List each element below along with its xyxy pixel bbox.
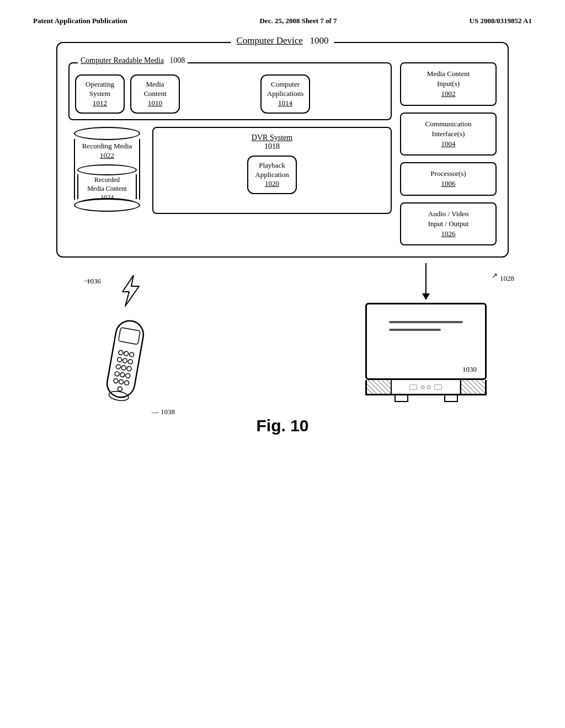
playback-num: 1020: [254, 179, 290, 189]
media-content-input-box: Media ContentInput(s) 1002: [400, 62, 497, 106]
svg-point-6: [122, 358, 127, 363]
svg-point-17: [118, 387, 122, 392]
playback-box: PlaybackApplication 1020: [247, 156, 297, 195]
tv-screen: 1030: [365, 303, 487, 380]
media-content-box: MediaContent 1010: [130, 74, 180, 114]
tv-ctrl-text: ⊙ ⊙: [420, 384, 431, 390]
tv-legs: [376, 395, 476, 402]
below-diagram: 1036 — — 1038: [34, 263, 531, 405]
svg-point-16: [124, 381, 129, 386]
os-box: OperatingSystem 1012: [75, 74, 125, 114]
media-content-num: 1010: [137, 99, 173, 108]
tv-ctrl-2: [434, 384, 442, 390]
os-num: 1012: [82, 99, 118, 108]
svg-point-7: [128, 359, 133, 364]
dvr-label: DVR System: [252, 133, 292, 142]
processor-box: Processor(s) 1006: [400, 162, 497, 195]
dvr-recording-row: Recording Media 1022 RecordedMedia Conte…: [68, 127, 392, 214]
mci-label: Media ContentInput(s): [427, 69, 470, 88]
svg-point-5: [117, 357, 122, 362]
crm-label: Computer Readable Media: [81, 56, 164, 65]
av-io-box: Audio / VideoInput / Output 1026: [400, 202, 497, 246]
computer-device-title: Computer Device 1000: [231, 35, 334, 46]
svg-point-8: [116, 364, 121, 369]
computer-device-num: 1000: [310, 35, 329, 46]
svg-point-13: [125, 373, 130, 378]
crm-inner: OperatingSystem 1012 MediaContent 1010 C…: [75, 74, 385, 114]
computer-device-label: Computer Device: [236, 35, 302, 46]
recorded-media-text: RecordedMedia Content: [87, 176, 127, 192]
recording-media-section: Recording Media 1022 RecordedMedia Conte…: [68, 127, 146, 214]
left-column: Computer Readable Media 1008 OperatingSy…: [68, 62, 392, 245]
arrow-line: [425, 263, 427, 293]
inner-layout: Computer Readable Media 1008 OperatingSy…: [68, 62, 497, 245]
remote-num-label: — 1038: [152, 408, 175, 416]
down-arrow: [422, 263, 430, 300]
playback-label: PlaybackApplication: [255, 161, 289, 179]
svg-point-11: [114, 371, 119, 376]
recording-media-num: 1022: [100, 151, 114, 159]
tv-num: 1030: [462, 365, 477, 374]
tv-line-2: [389, 329, 441, 331]
svg-point-9: [121, 365, 126, 370]
comm-interface-box: CommunicationInterface(s) 1004: [400, 113, 497, 156]
svg-point-12: [120, 372, 125, 377]
svg-point-4: [129, 352, 134, 357]
av-num: 1026: [406, 229, 491, 239]
remote-section: 1036 — — 1038: [73, 274, 365, 405]
dvr-box: DVR System 1018 PlaybackApplication 1020: [152, 127, 392, 214]
tv-leg-left: [395, 395, 408, 402]
computer-apps-box: ComputerApplications 1014: [260, 74, 310, 114]
diagram-area: Computer Device 1000 Computer Readable M…: [34, 42, 531, 435]
arrow-curve: ↗: [492, 271, 498, 280]
remote-num: 1038: [161, 408, 175, 416]
dvr-num: 1018: [264, 142, 280, 151]
media-content-label: MediaContent: [143, 80, 166, 98]
tv-base-controls: ⊙ ⊙: [392, 380, 460, 394]
remote-control-section: — 1038: [103, 315, 147, 405]
svg-rect-1: [118, 328, 140, 345]
tv-leg-right: [444, 395, 458, 402]
lightning-bolt-icon: [117, 274, 142, 307]
av-arrow-num: 1028: [500, 274, 514, 283]
lightning-arrow: —: [84, 276, 91, 285]
right-column: Media ContentInput(s) 1002 Communication…: [400, 62, 497, 245]
recording-media-outer: Recording Media 1022 RecordedMedia Conte…: [71, 127, 143, 214]
tv-base-left-hatch: [367, 380, 392, 394]
cyl-body-outer: Recording Media 1022 RecordedMedia Conte…: [74, 139, 140, 200]
fig-text: Fig. 10: [256, 416, 308, 435]
lightning-section: 1036 —: [117, 274, 142, 309]
tv-section: 1028 ↗ 1030: [365, 263, 487, 405]
proc-label: Processor(s): [430, 169, 466, 178]
tv-screen-content: [389, 321, 463, 336]
crm-title: Computer Readable Media 1008: [78, 56, 188, 65]
proc-num: 1006: [406, 179, 491, 189]
ci-label: CommunicationInterface(s): [425, 120, 472, 138]
cyl-bottom-outer: [74, 199, 140, 212]
svg-point-15: [119, 379, 124, 384]
tv-base: ⊙ ⊙: [365, 380, 487, 395]
os-label: OperatingSystem: [86, 80, 114, 98]
tv-display: 1030 ⊙ ⊙: [365, 303, 487, 402]
tv-base-right-hatch: [460, 380, 485, 394]
svg-point-2: [118, 350, 123, 355]
remote-icon: [96, 312, 155, 406]
dvr-title: DVR System 1018: [252, 133, 292, 151]
computer-device-box: Computer Device 1000 Computer Readable M…: [56, 42, 509, 258]
figure-label: Fig. 10: [34, 416, 531, 435]
computer-apps-label: ComputerApplications: [267, 80, 303, 98]
cyl-body-inner: RecordedMedia Content 1024: [77, 174, 137, 199]
tv-ctrl-1: [409, 384, 417, 390]
tv-line-1: [389, 321, 463, 323]
recording-media-label-outer: Recording Media 1022: [75, 139, 139, 160]
ci-num: 1004: [406, 139, 491, 149]
cyl-top-inner: [77, 164, 137, 175]
crm-num: 1008: [169, 56, 185, 65]
svg-point-3: [124, 351, 129, 356]
svg-point-10: [126, 366, 131, 371]
av-label: Audio / VideoInput / Output: [428, 210, 469, 228]
header-left: Patent Application Publication: [33, 17, 127, 25]
computer-apps-num: 1014: [267, 99, 303, 108]
svg-point-14: [113, 378, 118, 383]
patent-header: Patent Application Publication Dec. 25, …: [0, 0, 565, 31]
